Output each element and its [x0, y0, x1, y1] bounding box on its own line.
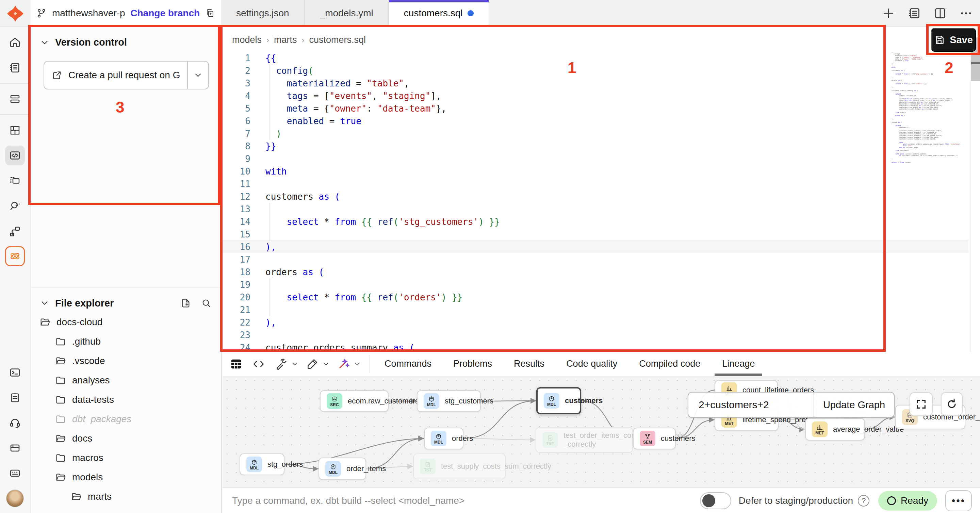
- command-input[interactable]: Type a command, ex. dbt build --select <…: [223, 495, 700, 506]
- query-explorer-icon[interactable]: [5, 196, 25, 216]
- editor-scrollbar[interactable]: [970, 28, 980, 352]
- breadcrumb-item[interactable]: customers.sql: [309, 35, 366, 45]
- lineage-graph[interactable]: 2+customers+2 Update Graph SRCecom.raw_c…: [223, 376, 980, 488]
- search-icon[interactable]: [199, 295, 214, 311]
- breadcrumb-item[interactable]: marts: [274, 35, 297, 45]
- copy-icon[interactable]: [205, 8, 215, 19]
- tree-item-.github[interactable]: .github: [31, 332, 222, 351]
- minimap[interactable]: {{ config( materialized = "table", tags …: [891, 52, 969, 164]
- tree-item-data-tests[interactable]: data-tests: [31, 390, 222, 409]
- code-line-17[interactable]: 17: [223, 253, 969, 266]
- save-button[interactable]: Save: [931, 28, 976, 52]
- panel-tab-commands[interactable]: Commands: [374, 352, 442, 376]
- defer-toggle[interactable]: [700, 492, 731, 509]
- new-file-icon[interactable]: [178, 295, 193, 311]
- code-line-7[interactable]: 7 ): [223, 127, 969, 140]
- code-line-23[interactable]: 23: [223, 329, 969, 341]
- tree-item-analyses[interactable]: analyses: [31, 370, 222, 390]
- lineage-node-order_items[interactable]: MDLorder_items: [318, 457, 366, 480]
- refresh-graph-button[interactable]: [941, 392, 963, 416]
- tree-item-dbt_packages[interactable]: dbt_packages: [31, 409, 222, 429]
- code-line-10[interactable]: 10with: [223, 165, 969, 178]
- keyboard-card-icon[interactable]: [5, 463, 25, 483]
- code-line-8[interactable]: 8}}: [223, 140, 969, 152]
- lineage-node-avg_order[interactable]: METaverage_order_value: [805, 418, 865, 440]
- home-icon[interactable]: [5, 33, 25, 52]
- fullscreen-button[interactable]: [910, 392, 933, 416]
- lineage-node-stg_customers[interactable]: MDLstg_customers: [417, 390, 481, 412]
- notebook-icon[interactable]: [5, 58, 25, 78]
- code-lines[interactable]: 1{{2 config(3 materialized = "table",4 t…: [223, 52, 980, 352]
- ai-assist-icon[interactable]: [335, 355, 353, 373]
- code-line-6[interactable]: 6 enabled = true: [223, 114, 969, 127]
- code-line-18[interactable]: 18orders as (: [223, 266, 969, 278]
- help-icon[interactable]: ?: [858, 495, 869, 507]
- code-line-16[interactable]: 16),: [223, 240, 969, 253]
- code-line-22[interactable]: 22),: [223, 316, 969, 329]
- code-icon[interactable]: [250, 355, 267, 373]
- code-line-4[interactable]: 4 tags = ["events", "staging"],: [223, 89, 969, 102]
- update-graph-button[interactable]: Update Graph: [814, 392, 894, 417]
- tray-stack-icon[interactable]: [5, 89, 25, 109]
- more-options-button[interactable]: •••: [945, 490, 972, 511]
- code-line-19[interactable]: 19: [223, 278, 969, 291]
- code-line-14[interactable]: 14 select * from {{ ref('stg_customers')…: [223, 215, 969, 228]
- branch-name[interactable]: matthewshaver-patc: [52, 8, 125, 19]
- code-line-1[interactable]: 1{{: [223, 52, 969, 64]
- code-line-9[interactable]: 9: [223, 152, 969, 165]
- file-explorer-header[interactable]: File explorer: [31, 287, 222, 313]
- panel-tab-problems[interactable]: Problems: [442, 352, 503, 376]
- tab-customers.sql[interactable]: customers.sql: [389, 0, 489, 27]
- code-line-21[interactable]: 21: [223, 303, 969, 316]
- dbt-logo[interactable]: [0, 0, 30, 27]
- tree-item-marts[interactable]: marts: [31, 487, 222, 506]
- more-options-icon[interactable]: [958, 5, 974, 21]
- tree-item-models[interactable]: models: [31, 467, 222, 487]
- panel-tab-code-quality[interactable]: Code quality: [555, 352, 628, 376]
- lineage-node-orders[interactable]: MDLorders: [424, 427, 463, 449]
- code-editor-icon[interactable]: [5, 146, 25, 165]
- code-line-12[interactable]: 12customers as (: [223, 190, 969, 203]
- tab-_models.yml[interactable]: _models.yml: [305, 0, 389, 27]
- lineage-node-test_order[interactable]: TSTtest_order_items_compute_to_bools _co…: [536, 427, 633, 453]
- headset-support-icon[interactable]: [5, 413, 25, 433]
- panel-tab-results[interactable]: Results: [503, 352, 555, 376]
- dbt-copilot-atom-icon[interactable]: [5, 246, 25, 266]
- panel-tab-compiled-code[interactable]: Compiled code: [628, 352, 711, 376]
- pr-button-caret[interactable]: [187, 62, 208, 89]
- tab-settings.json[interactable]: settings.json: [221, 0, 305, 27]
- chevron-down-icon[interactable]: [322, 360, 330, 368]
- changelog-icon[interactable]: [907, 5, 922, 21]
- code-line-2[interactable]: 2 config(: [223, 64, 969, 77]
- dashboard-grid-icon[interactable]: [5, 121, 25, 140]
- new-tab-plus-icon[interactable]: [881, 5, 896, 21]
- lineage-selector-input[interactable]: 2+customers+2: [688, 392, 814, 417]
- drawer-icon[interactable]: [5, 438, 25, 458]
- change-branch-link[interactable]: Change branch: [130, 8, 200, 19]
- tree-item-.vscode[interactable]: .vscode: [31, 351, 222, 370]
- breadcrumb-item[interactable]: models: [232, 35, 262, 45]
- user-avatar[interactable]: [5, 489, 25, 508]
- tree-item-macros[interactable]: macros: [31, 448, 222, 467]
- chevron-down-icon[interactable]: [353, 360, 361, 368]
- code-line-11[interactable]: 11: [223, 178, 969, 190]
- tree-item-docs-cloud[interactable]: docs-cloud: [31, 312, 222, 332]
- terminal-icon[interactable]: [5, 363, 25, 382]
- format-code-icon[interactable]: [304, 355, 321, 373]
- lineage-node-stg_orders[interactable]: MDLstg_orders: [240, 453, 285, 475]
- code-line-20[interactable]: 20 select * from {{ ref('orders') }}: [223, 291, 969, 303]
- flow-branch-icon[interactable]: [5, 221, 25, 241]
- frame-select-icon[interactable]: [5, 171, 25, 191]
- code-line-13[interactable]: 13: [223, 203, 969, 215]
- clipboard-icon[interactable]: [5, 388, 25, 408]
- code-line-5[interactable]: 5 meta = {"owner": "data-team"},: [223, 102, 969, 114]
- split-editor-icon[interactable]: [932, 5, 948, 21]
- code-line-3[interactable]: 3 materialized = "table",: [223, 77, 969, 89]
- lineage-node-customers_sem[interactable]: SEMcustomers: [633, 427, 676, 449]
- chevron-down-icon[interactable]: [291, 360, 299, 368]
- preview-table-icon[interactable]: [227, 355, 245, 373]
- code-line-15[interactable]: 15: [223, 228, 969, 240]
- tree-item-docs[interactable]: docs: [31, 429, 222, 448]
- lineage-node-test_supply[interactable]: TSTtest_supply_costs_sum_correctly: [413, 453, 506, 479]
- code-editor[interactable]: models› marts› customers.sql 1{{2 config…: [223, 28, 980, 352]
